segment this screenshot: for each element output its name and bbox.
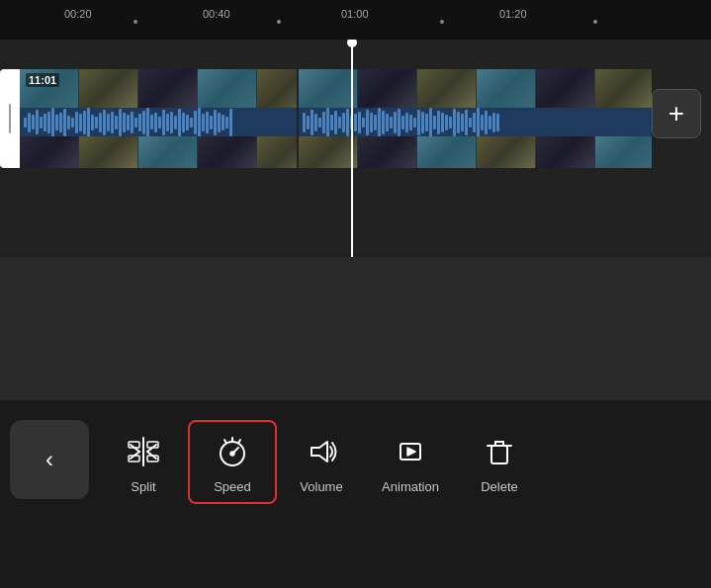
- ruler-mark: 01:20: [499, 8, 527, 20]
- toolbar-item-volume[interactable]: Volume: [277, 420, 366, 504]
- toolbar-items: Split Speed: [89, 420, 711, 504]
- svg-line-12: [238, 440, 240, 444]
- volume-icon: [300, 430, 343, 473]
- ruler-mark: 01:00: [341, 8, 369, 20]
- bottom-area: [0, 257, 711, 400]
- delete-label: Delete: [481, 479, 518, 494]
- animation-label: Animation: [382, 479, 439, 494]
- audio-track-left: [20, 108, 297, 136]
- clip-segment-left[interactable]: 11:01: [20, 69, 297, 168]
- playhead: [351, 40, 353, 257]
- waveform-left: [20, 108, 297, 136]
- toolbar-item-delete[interactable]: Delete: [455, 420, 544, 504]
- animation-icon: [389, 430, 432, 473]
- video-track[interactable]: 11:01: [0, 69, 652, 168]
- timestamp-label: 11:01: [26, 73, 59, 87]
- ruler-dot: [133, 16, 137, 24]
- toolbar: ‹ Split: [0, 400, 711, 588]
- track-left-handle[interactable]: [0, 69, 20, 168]
- ruler-mark: 00:40: [203, 8, 230, 20]
- volume-label: Volume: [300, 479, 342, 494]
- clip-segment-right[interactable]: [297, 69, 652, 168]
- svg-marker-17: [407, 448, 415, 456]
- ruler-dot: [440, 16, 444, 24]
- toolbar-item-animation[interactable]: Animation: [366, 420, 455, 504]
- toolbar-item-split[interactable]: Split: [99, 420, 188, 504]
- ruler-dot: [277, 16, 281, 24]
- svg-rect-18: [491, 446, 507, 463]
- frames-bottom-left: [20, 136, 297, 168]
- speed-icon: [211, 430, 254, 473]
- split-label: Split: [131, 479, 155, 494]
- speed-label: Speed: [214, 479, 251, 494]
- svg-point-14: [230, 452, 234, 456]
- delete-icon: [478, 430, 521, 473]
- add-clip-button[interactable]: +: [652, 89, 701, 138]
- svg-marker-15: [311, 442, 327, 462]
- ruler-mark: 00:20: [64, 8, 92, 20]
- toolbar-item-speed[interactable]: Speed: [188, 420, 277, 504]
- back-button[interactable]: ‹: [10, 420, 89, 499]
- split-icon: [122, 430, 165, 473]
- svg-line-11: [224, 440, 226, 444]
- back-icon: ‹: [45, 446, 53, 473]
- ruler-dot: [593, 16, 597, 24]
- frames-top-left: 11:01: [20, 69, 297, 108]
- ruler-marks: 00:20 00:40 01:00 01:20: [10, 0, 701, 40]
- timeline-ruler: 00:20 00:40 01:00 01:20: [0, 0, 711, 40]
- timeline-area[interactable]: 11:01: [0, 40, 711, 257]
